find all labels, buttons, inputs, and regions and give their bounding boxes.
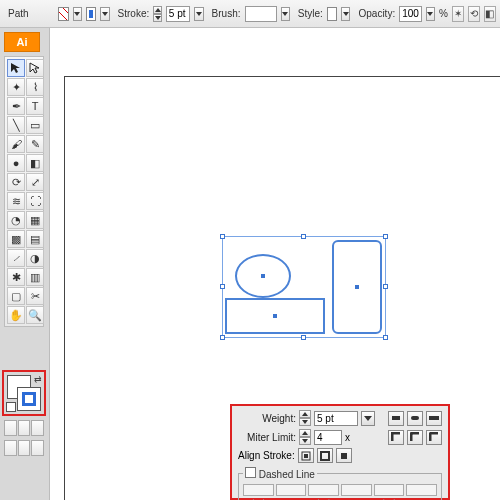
- miter-spinner[interactable]: [299, 429, 311, 445]
- slice-tool[interactable]: ✂: [26, 287, 44, 305]
- handle-e[interactable]: [383, 284, 388, 289]
- eyedropper-tool[interactable]: ⟋: [7, 249, 25, 267]
- ellipse-center-anchor: [261, 274, 265, 278]
- object-type-label: Path: [8, 8, 29, 19]
- shape-builder-tool[interactable]: ◔: [7, 211, 25, 229]
- align-icon[interactable]: ◧: [484, 6, 496, 22]
- stroke-dropdown[interactable]: [100, 7, 109, 21]
- app-badge: Ai: [4, 32, 40, 52]
- cap-round-button[interactable]: [407, 411, 423, 426]
- dash-input-1[interactable]: [243, 484, 274, 496]
- draw-inside[interactable]: [31, 440, 44, 456]
- cap-projecting-button[interactable]: [426, 411, 442, 426]
- canvas[interactable]: Weight: 5 pt Miter Limit: 4 x Align Stro…: [50, 28, 500, 500]
- rectangle-bottom-shape[interactable]: [225, 298, 325, 334]
- handle-n[interactable]: [301, 234, 306, 239]
- stroke-color-box[interactable]: [17, 387, 41, 411]
- join-bevel-button[interactable]: [426, 430, 442, 445]
- weight-dropdown[interactable]: [361, 411, 375, 426]
- gradient-tool[interactable]: ▤: [26, 230, 44, 248]
- blend-tool[interactable]: ◑: [26, 249, 44, 267]
- pen-tool[interactable]: ✒: [7, 97, 25, 115]
- pencil-tool[interactable]: ✎: [26, 135, 44, 153]
- artboard-top-edge: [64, 76, 500, 77]
- mesh-tool[interactable]: ▩: [7, 230, 25, 248]
- fill-stroke-control[interactable]: ⇄: [2, 370, 46, 416]
- brush-dropdown[interactable]: [281, 7, 290, 21]
- artboard-tool[interactable]: ▢: [7, 287, 25, 305]
- handle-s[interactable]: [301, 335, 306, 340]
- zoom-tool[interactable]: 🔍: [26, 306, 44, 324]
- gap-input-2[interactable]: [341, 484, 372, 496]
- miter-label: Miter Limit:: [238, 432, 296, 443]
- stroke-weight-input[interactable]: 5 pt: [166, 6, 191, 22]
- graph-tool[interactable]: ▥: [26, 268, 44, 286]
- lasso-tool[interactable]: ⌇: [26, 78, 44, 96]
- join-miter-button[interactable]: [388, 430, 404, 445]
- stroke-panel: Weight: 5 pt Miter Limit: 4 x Align Stro…: [230, 404, 450, 500]
- blob-brush-tool[interactable]: ●: [7, 154, 25, 172]
- svg-rect-0: [392, 416, 400, 420]
- svg-rect-6: [341, 453, 347, 459]
- default-fill-stroke-icon[interactable]: [6, 402, 16, 412]
- align-stroke-center-button[interactable]: [298, 448, 314, 463]
- gap-input-1[interactable]: [276, 484, 307, 496]
- rotate-tool[interactable]: ⟳: [7, 173, 25, 191]
- fill-swatch[interactable]: [58, 7, 69, 21]
- dash-input-2[interactable]: [308, 484, 339, 496]
- stroke-weight-spinner[interactable]: [153, 6, 162, 22]
- symbol-sprayer-tool[interactable]: ✱: [7, 268, 25, 286]
- opacity-input[interactable]: 100: [399, 6, 422, 22]
- scale-tool[interactable]: ⤢: [26, 173, 44, 191]
- weight-input[interactable]: 5 pt: [314, 411, 358, 426]
- handle-se[interactable]: [383, 335, 388, 340]
- color-mode-buttons: [4, 420, 44, 436]
- svg-rect-5: [321, 452, 329, 460]
- eraser-tool[interactable]: ◧: [26, 154, 44, 172]
- transform-icon[interactable]: ⟲: [468, 6, 480, 22]
- magic-wand-tool[interactable]: ✦: [7, 78, 25, 96]
- swap-fill-stroke-icon[interactable]: ⇄: [34, 374, 42, 384]
- svg-rect-2: [429, 416, 439, 420]
- line-tool[interactable]: ╲: [7, 116, 25, 134]
- dashed-line-checkbox[interactable]: [245, 467, 256, 478]
- rectangle-right-shape[interactable]: [332, 240, 382, 334]
- handle-w[interactable]: [220, 284, 225, 289]
- hand-tool[interactable]: ✋: [7, 306, 25, 324]
- stroke-weight-dropdown[interactable]: [194, 7, 203, 21]
- width-tool[interactable]: ≋: [7, 192, 25, 210]
- align-stroke-outside-button[interactable]: [336, 448, 352, 463]
- style-swatch[interactable]: [327, 7, 338, 21]
- dash-input-3[interactable]: [374, 484, 405, 496]
- rectangle-tool[interactable]: ▭: [26, 116, 44, 134]
- fill-dropdown[interactable]: [73, 7, 82, 21]
- svg-rect-4: [304, 454, 308, 458]
- align-stroke-inside-button[interactable]: [317, 448, 333, 463]
- miter-input[interactable]: 4: [314, 430, 342, 445]
- type-tool[interactable]: T: [26, 97, 44, 115]
- handle-nw[interactable]: [220, 234, 225, 239]
- stroke-swatch[interactable]: [86, 7, 97, 21]
- join-round-button[interactable]: [407, 430, 423, 445]
- color-mode-gradient[interactable]: [18, 420, 31, 436]
- direct-select-tool[interactable]: [26, 59, 44, 77]
- weight-spinner[interactable]: [299, 410, 311, 426]
- cap-butt-button[interactable]: [388, 411, 404, 426]
- selection-tool[interactable]: [7, 59, 25, 77]
- gap-input-3[interactable]: [406, 484, 437, 496]
- ellipse-shape[interactable]: [235, 254, 291, 298]
- perspective-tool[interactable]: ▦: [26, 211, 44, 229]
- draw-normal[interactable]: [4, 440, 17, 456]
- handle-sw[interactable]: [220, 335, 225, 340]
- color-mode-solid[interactable]: [4, 420, 17, 436]
- style-dropdown[interactable]: [341, 7, 350, 21]
- paintbrush-tool[interactable]: 🖌: [7, 135, 25, 153]
- recolor-icon[interactable]: ✶: [452, 6, 464, 22]
- color-mode-none[interactable]: [31, 420, 44, 436]
- draw-behind[interactable]: [18, 440, 31, 456]
- handle-ne[interactable]: [383, 234, 388, 239]
- free-transform-tool[interactable]: ⛶: [26, 192, 44, 210]
- options-bar: Path Stroke: 5 pt Brush: Style: Opacity:…: [0, 0, 500, 28]
- opacity-dropdown[interactable]: [426, 7, 435, 21]
- brush-field[interactable]: [245, 6, 277, 22]
